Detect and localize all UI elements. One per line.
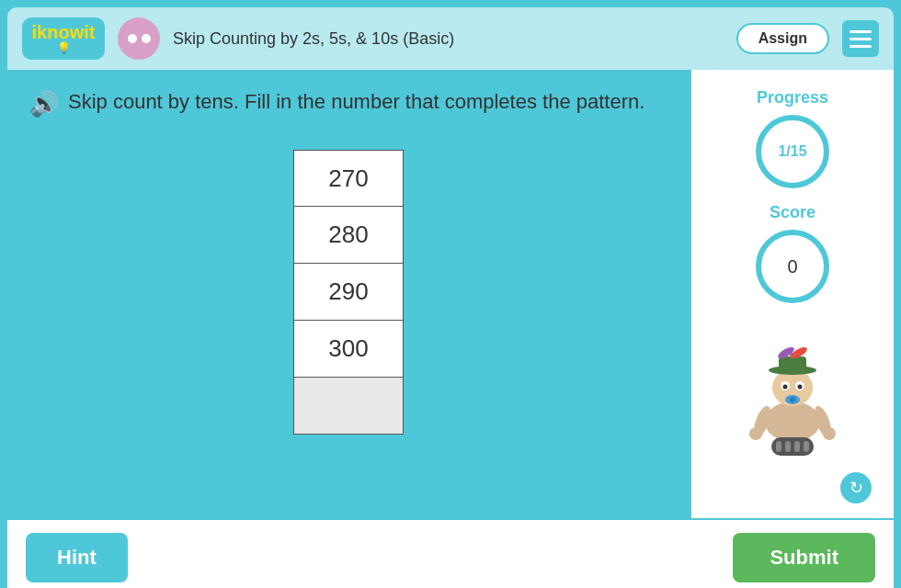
hamburger-button[interactable] <box>842 20 879 57</box>
progress-circle: 1/15 <box>756 115 829 188</box>
speaker-icon[interactable]: 🔊 <box>29 90 59 119</box>
svg-point-10 <box>798 385 803 390</box>
hamburger-line-3 <box>850 45 872 48</box>
hamburger-line-2 <box>850 38 872 40</box>
score-value: 0 <box>787 256 797 277</box>
svg-point-12 <box>790 397 795 402</box>
hamburger-line-1 <box>850 30 872 33</box>
logo-text: iknowit <box>32 23 96 41</box>
svg-rect-3 <box>779 356 806 371</box>
svg-point-0 <box>765 401 820 442</box>
logo-iknow: iknow <box>32 22 85 42</box>
robot-figure <box>733 316 852 463</box>
panels-row: 🔊 Skip count by tens. Fill in the number… <box>7 70 894 518</box>
right-panel: Progress 1/15 Score 0 <box>691 70 894 518</box>
number-table: 270 280 290 300 <box>293 150 404 435</box>
lesson-dots <box>128 34 151 43</box>
progress-value: 1/15 <box>778 143 806 160</box>
number-cell-2: 280 <box>293 207 404 264</box>
svg-point-16 <box>823 427 836 440</box>
hint-button[interactable]: Hint <box>26 533 128 582</box>
logo: iknowit 💡 <box>22 17 105 60</box>
score-circle: 0 <box>756 230 829 303</box>
svg-point-9 <box>783 385 788 390</box>
svg-rect-19 <box>785 441 791 452</box>
robot-area <box>733 316 852 463</box>
logo-bulb: 💡 <box>57 41 71 54</box>
content-wrapper: 🔊 Skip count by tens. Fill in the number… <box>7 70 894 588</box>
bottom-bar: Hint Submit <box>7 518 894 588</box>
left-panel: 🔊 Skip count by tens. Fill in the number… <box>7 70 691 518</box>
number-cell-3: 290 <box>293 264 404 321</box>
question-text: Skip count by tens. Fill in the number t… <box>68 88 644 117</box>
top-bar: iknowit 💡 Skip Counting by 2s, 5s, & 10s… <box>7 7 894 70</box>
lesson-title: Skip Counting by 2s, 5s, & 10s (Basic) <box>173 29 724 49</box>
svg-rect-18 <box>776 441 781 452</box>
lesson-icon <box>118 17 160 60</box>
submit-button[interactable]: Submit <box>733 533 875 582</box>
score-label: Score <box>770 203 815 222</box>
number-cell-answer[interactable] <box>293 378 404 435</box>
svg-rect-21 <box>804 441 809 452</box>
svg-point-14 <box>749 427 762 440</box>
number-cell-4: 300 <box>293 321 404 378</box>
dot-2 <box>142 34 151 43</box>
logo-it: it <box>84 22 95 42</box>
bottom-right-nav: ↻ <box>704 467 881 509</box>
assign-button[interactable]: Assign <box>736 23 829 54</box>
question-header: 🔊 Skip count by tens. Fill in the number… <box>29 88 667 119</box>
svg-rect-20 <box>794 441 800 452</box>
back-nav-button[interactable]: ↻ <box>840 472 872 503</box>
progress-label: Progress <box>757 88 828 107</box>
number-cell-1: 270 <box>293 150 404 207</box>
dot-1 <box>128 34 137 43</box>
